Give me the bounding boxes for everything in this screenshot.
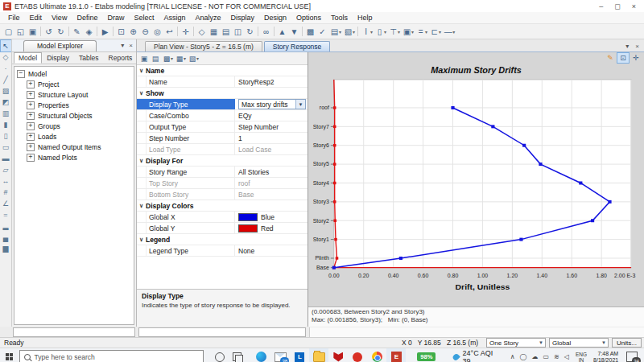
mail-taskbar-icon[interactable]: 38 bbox=[270, 348, 290, 362]
reshape-object-icon[interactable]: ◇ bbox=[1, 51, 11, 63]
prop-section-legend[interactable]: ∨Legend bbox=[137, 234, 308, 245]
draw-grid-icon[interactable]: # bbox=[1, 187, 11, 198]
action-center-icon[interactable]: 34 bbox=[626, 352, 638, 362]
draw-pencil-icon[interactable]: ✎ bbox=[71, 26, 83, 38]
undo-icon[interactable]: ↺ bbox=[43, 26, 55, 38]
draw-null-area-icon[interactable]: ▱ bbox=[1, 164, 11, 175]
quick-draw-frame-icon[interactable]: ▨ bbox=[1, 85, 11, 97]
model-explorer-title[interactable]: Model Explorer bbox=[23, 40, 97, 51]
edit-plot-icon[interactable]: ✎ bbox=[605, 53, 616, 63]
set-display-options-icon[interactable]: ▩ bbox=[304, 26, 316, 38]
move-down-in-list-icon[interactable]: ▼ bbox=[288, 26, 300, 38]
story-plot-2-icon[interactable]: ▄ bbox=[1, 232, 11, 243]
prop-value-dropdown[interactable]: Max story drifts▼ bbox=[238, 99, 306, 109]
taskbar-clock[interactable]: 7:48 AM 8/18/2021 bbox=[593, 351, 618, 362]
lock-model-icon[interactable]: ◈ bbox=[83, 26, 95, 38]
show-sheet-caret-icon[interactable]: ▾ bbox=[339, 29, 341, 35]
minimize-button[interactable]: – bbox=[599, 2, 603, 10]
quick-draw-secondary-beams-icon[interactable]: ▥ bbox=[1, 108, 11, 119]
weather-widget[interactable]: 24°C AQI 39 bbox=[453, 349, 498, 362]
edge-taskbar-icon[interactable] bbox=[251, 348, 270, 362]
prop-row-top-story[interactable]: Top Storyroof bbox=[137, 178, 308, 189]
taskbar-search-input[interactable]: Type here to search bbox=[19, 350, 204, 362]
draw-joint-icon[interactable]: · bbox=[1, 63, 11, 74]
measure-tool-icon[interactable]: = bbox=[1, 209, 11, 220]
tree-item-structure-layout[interactable]: +Structure Layout bbox=[17, 89, 134, 100]
explorer-tab-model[interactable]: Model bbox=[14, 52, 42, 64]
expand-icon[interactable]: + bbox=[27, 101, 35, 109]
prop-section-display-for[interactable]: ∨Display For bbox=[137, 155, 308, 167]
zoom-full-icon[interactable]: ◎ bbox=[151, 26, 163, 38]
show-table-caret-icon[interactable]: ▾ bbox=[184, 56, 186, 61]
maximize-button[interactable]: ◻ bbox=[614, 2, 620, 10]
pan-icon[interactable]: ✛ bbox=[180, 26, 192, 38]
pan-icon[interactable]: ✛ bbox=[630, 53, 642, 63]
draw-dimension-line-icon[interactable]: ↔ bbox=[1, 175, 11, 187]
draw-wall-icon[interactable]: ▮ bbox=[1, 119, 11, 130]
view-3d-icon[interactable]: ◇ bbox=[196, 26, 208, 38]
zoom-out-icon[interactable]: ⊖ bbox=[139, 26, 151, 38]
start-button[interactable] bbox=[0, 348, 19, 362]
l-app-taskbar-icon[interactable]: L bbox=[290, 348, 309, 362]
menu-design[interactable]: Design bbox=[259, 14, 291, 22]
language-indicator[interactable]: ENG IN bbox=[576, 352, 587, 362]
quick-draw-floor-icon[interactable]: ▬ bbox=[1, 153, 11, 164]
task-view-icon[interactable] bbox=[233, 352, 242, 361]
export-plot-caret-icon[interactable]: ▾ bbox=[196, 56, 199, 61]
rect-section-caret-icon[interactable]: ▾ bbox=[384, 29, 386, 35]
people-icon[interactable]: ◯ bbox=[520, 353, 527, 360]
menu-display[interactable]: Display bbox=[225, 14, 259, 22]
tree-item-properties[interactable]: +Properties bbox=[17, 100, 134, 110]
menu-view[interactable]: View bbox=[47, 14, 72, 22]
wifi-icon[interactable]: ≋ bbox=[554, 353, 559, 360]
prop-row-global-x[interactable]: Global XBlue bbox=[137, 212, 308, 223]
prop-row-case-combo[interactable]: Case/ComboEQy bbox=[137, 110, 308, 121]
expand-icon[interactable]: + bbox=[27, 91, 35, 99]
quick-draw-braces-icon[interactable]: ◩ bbox=[1, 97, 11, 108]
draw-floor-icon[interactable]: ▭ bbox=[1, 142, 11, 153]
run-analysis-icon[interactable]: ▶ bbox=[99, 26, 111, 38]
file-explorer-taskbar-icon[interactable] bbox=[309, 348, 328, 362]
double-line-caret-icon[interactable]: ▾ bbox=[425, 29, 427, 35]
menu-tools[interactable]: Tools bbox=[326, 14, 353, 22]
redo-icon[interactable]: ↻ bbox=[55, 26, 67, 38]
tee-section-caret-icon[interactable]: ▾ bbox=[398, 29, 400, 35]
menu-help[interactable]: Help bbox=[353, 14, 378, 22]
menu-analyze[interactable]: Analyze bbox=[190, 14, 225, 22]
tree-item-named-plots[interactable]: +Named Plots bbox=[17, 152, 134, 162]
explorer-dropdown-icon[interactable]: ▾ bbox=[121, 42, 124, 49]
battery-tray-icon[interactable]: ▭ bbox=[543, 353, 550, 360]
prop-row-output-type[interactable]: Output TypeStep Number bbox=[137, 121, 308, 133]
prop-row-load-type[interactable]: Load TypeLoad Case bbox=[137, 144, 308, 155]
menu-edit[interactable]: Edit bbox=[25, 14, 47, 22]
tree-item-model[interactable]: −Model bbox=[17, 68, 134, 79]
doc-close-icon[interactable]: × bbox=[635, 43, 639, 50]
tree-item-groups[interactable]: +Groups bbox=[17, 121, 134, 131]
expand-icon[interactable]: + bbox=[27, 143, 35, 151]
tree-item-structural-objects[interactable]: +Structural Objects bbox=[17, 110, 134, 121]
doc-tabs-dropdown-icon[interactable]: ▾ bbox=[625, 43, 629, 50]
mcafee-taskbar-icon[interactable] bbox=[328, 348, 348, 362]
rubber-band-zoom-icon[interactable]: ⊡ bbox=[115, 26, 127, 38]
boxed-i-section-caret-icon[interactable]: ▾ bbox=[411, 29, 414, 35]
expand-icon[interactable]: + bbox=[27, 80, 35, 88]
nd-view-icon[interactable]: ◫ bbox=[232, 26, 244, 38]
collapse-icon[interactable]: − bbox=[17, 70, 25, 78]
menu-draw[interactable]: Draw bbox=[102, 14, 129, 22]
explorer-tab-display[interactable]: Display bbox=[42, 52, 74, 64]
prop-section-show[interactable]: ∨Show bbox=[137, 88, 308, 99]
story-mode-select[interactable]: One Story ▼ bbox=[486, 338, 546, 348]
tree-item-named-output-items[interactable]: +Named Output Items bbox=[17, 142, 134, 152]
section-cut-icon[interactable]: ∠ bbox=[1, 198, 11, 209]
menu-options[interactable]: Options bbox=[291, 14, 326, 22]
prop-row-legend-type[interactable]: Legend TypeNone bbox=[137, 245, 308, 257]
capture-image-caret-icon[interactable]: ▾ bbox=[171, 56, 173, 61]
tree-item-loads[interactable]: +Loads bbox=[17, 131, 134, 142]
units-button[interactable]: Units... bbox=[612, 338, 642, 348]
onedrive-icon[interactable]: ☁ bbox=[532, 353, 539, 360]
coordinate-system-select[interactable]: Global ▼ bbox=[549, 338, 609, 348]
prop-row-display-type[interactable]: Display TypeMax story drifts▼ bbox=[137, 99, 308, 110]
plan-view-icon[interactable]: ▦ bbox=[208, 26, 220, 38]
prop-row-bottom-story[interactable]: Bottom StoryBase bbox=[137, 189, 308, 200]
chevron-up-icon[interactable]: ∧ bbox=[510, 353, 515, 360]
